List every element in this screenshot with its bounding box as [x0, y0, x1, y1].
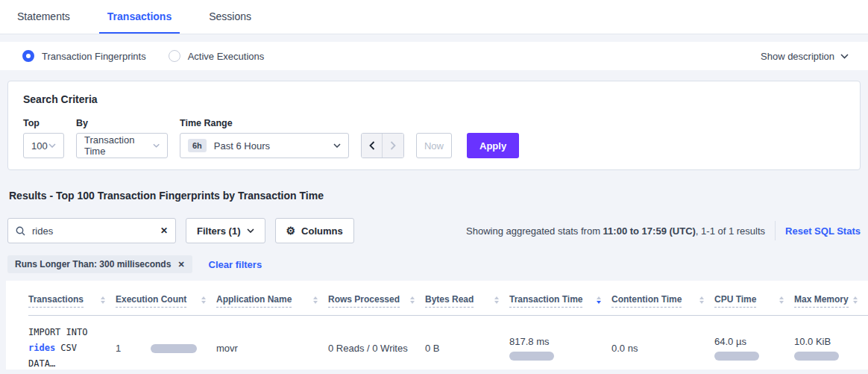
- by-select[interactable]: Transaction Time: [76, 133, 168, 158]
- table-header-row: Transactions Execution Count Application…: [28, 288, 868, 316]
- cell-max-memory: 10.0 KiB: [794, 336, 868, 361]
- column-header-contention-time[interactable]: Contention Time: [611, 294, 714, 308]
- max-memory-bar: [794, 352, 839, 361]
- transaction-time-bar: [509, 352, 554, 361]
- search-input[interactable]: [32, 225, 154, 237]
- column-header-transaction-time[interactable]: Transaction Time: [509, 294, 611, 308]
- gear-icon: ⚙: [286, 225, 296, 236]
- chevron-down-icon: [48, 143, 56, 148]
- sort-icon: [101, 296, 105, 304]
- tab-sessions[interactable]: Sessions: [201, 0, 260, 34]
- top-label: Top: [23, 118, 64, 128]
- columns-button-label: Columns: [301, 225, 343, 237]
- search-criteria-card: Search Criteria Top 100 By Transaction T…: [7, 81, 861, 170]
- now-button[interactable]: Now: [416, 133, 452, 158]
- reset-sql-stats-link[interactable]: Reset SQL Stats: [785, 225, 861, 237]
- by-select-value: Transaction Time: [84, 134, 153, 157]
- time-next-button[interactable]: [383, 134, 403, 158]
- execution-count-bar: [151, 344, 197, 353]
- radio-selected-icon: [22, 50, 34, 62]
- cell-cpu-time: 64.0 µs: [714, 336, 794, 361]
- chevron-down-icon: [840, 54, 849, 59]
- remove-filter-icon[interactable]: ✕: [177, 260, 184, 269]
- time-range-label: Time Range: [180, 118, 349, 128]
- filter-chip: Runs Longer Than: 300 milliseconds ✕: [7, 255, 192, 273]
- time-range-field: Time Range 6h Past 6 Hours: [180, 118, 349, 158]
- time-range-badge: 6h: [188, 139, 207, 152]
- column-header-application-name[interactable]: Application Name: [216, 294, 328, 308]
- radio-label: Active Executions: [188, 51, 265, 62]
- search-input-wrapper: ✕: [7, 218, 176, 243]
- time-range-pager: [361, 133, 404, 158]
- sort-icon-active-desc: [597, 296, 601, 304]
- apply-button[interactable]: Apply: [467, 133, 519, 158]
- chevron-down-icon: [153, 143, 160, 148]
- chevron-down-icon: [333, 143, 341, 148]
- vertical-divider: [775, 221, 776, 240]
- search-icon: [16, 226, 25, 236]
- column-header-cpu-time[interactable]: CPU Time: [714, 294, 794, 308]
- by-label: By: [76, 118, 168, 128]
- top-field: Top 100: [23, 118, 64, 158]
- sort-icon: [494, 296, 499, 304]
- top-select[interactable]: 100: [23, 133, 64, 158]
- by-field: By Transaction Time: [76, 118, 168, 158]
- tab-bar: Statements Transactions Sessions: [0, 0, 868, 34]
- column-header-transactions[interactable]: Transactions: [28, 294, 116, 308]
- results-toolbar: ✕ Filters (1) ⚙ Columns Showing aggregat…: [7, 218, 861, 243]
- show-description-toggle[interactable]: Show description: [761, 51, 849, 62]
- sort-icon: [853, 296, 858, 304]
- search-match-highlight: rides: [28, 343, 55, 353]
- view-toggle-band: Transaction Fingerprints Active Executio…: [0, 42, 868, 70]
- cpu-time-bar: [714, 352, 759, 361]
- cell-execution-count: 1: [116, 343, 216, 354]
- columns-button[interactable]: ⚙ Columns: [275, 218, 354, 243]
- chevron-right-icon: [390, 141, 396, 150]
- transaction-fingerprint-link[interactable]: IMPORT INTO rides CSV DATA…: [28, 325, 116, 372]
- chevron-left-icon: [369, 141, 375, 150]
- sort-icon: [779, 296, 784, 304]
- column-header-max-memory[interactable]: Max Memory: [794, 294, 868, 308]
- column-header-rows-processed[interactable]: Rows Processed: [328, 294, 425, 308]
- search-criteria-controls: Top 100 By Transaction Time Time Range 6…: [23, 118, 845, 158]
- stats-time-range: 11:00 to 17:59 (UTC): [603, 225, 696, 237]
- radio-unselected-icon: [169, 50, 180, 62]
- clear-filters-link[interactable]: Clear filters: [209, 259, 262, 270]
- top-select-value: 100: [31, 140, 48, 152]
- results-heading: Results - Top 100 Transaction Fingerprin…: [9, 190, 861, 202]
- filters-button-label: Filters (1): [197, 225, 241, 237]
- results-table: Transactions Execution Count Application…: [6, 281, 868, 370]
- filter-chip-label: Runs Longer Than: 300 milliseconds: [15, 259, 171, 269]
- column-header-bytes-read[interactable]: Bytes Read: [425, 294, 509, 308]
- active-filters-row: Runs Longer Than: 300 milliseconds ✕ Cle…: [7, 255, 861, 273]
- tab-transactions[interactable]: Transactions: [99, 0, 180, 34]
- tab-statements[interactable]: Statements: [9, 0, 78, 34]
- view-radio-group: Transaction Fingerprints Active Executio…: [22, 50, 286, 62]
- filters-button[interactable]: Filters (1): [186, 218, 265, 243]
- time-range-select[interactable]: 6h Past 6 Hours: [180, 133, 349, 158]
- radio-transaction-fingerprints[interactable]: Transaction Fingerprints: [22, 50, 146, 62]
- table-row: IMPORT INTO rides CSV DATA… 1 movr 0 Rea…: [28, 316, 868, 374]
- sort-icon: [410, 296, 415, 304]
- cell-contention-time: 0.0 ns: [611, 343, 714, 354]
- radio-active-executions[interactable]: Active Executions: [169, 50, 265, 62]
- aggregated-stats-text: Showing aggregated stats from 11:00 to 1…: [466, 225, 765, 237]
- sort-icon: [699, 296, 704, 304]
- cell-application-name: movr: [216, 343, 328, 354]
- time-prev-button[interactable]: [362, 134, 383, 158]
- chevron-down-icon: [247, 228, 254, 233]
- search-criteria-title: Search Criteria: [23, 93, 845, 105]
- sort-icon: [313, 296, 318, 304]
- cell-bytes-read: 0 B: [425, 343, 509, 354]
- clear-search-icon[interactable]: ✕: [160, 225, 168, 236]
- cell-transaction-time: 817.8 ms: [509, 336, 611, 361]
- transactions-page: Statements Transactions Sessions Transac…: [0, 0, 868, 370]
- show-description-label: Show description: [761, 51, 834, 62]
- column-header-execution-count[interactable]: Execution Count: [116, 294, 216, 308]
- time-range-value: Past 6 Hours: [214, 140, 270, 152]
- cell-rows-processed: 0 Reads / 0 Writes: [328, 343, 425, 354]
- radio-label: Transaction Fingerprints: [42, 51, 146, 62]
- sort-icon: [201, 296, 206, 304]
